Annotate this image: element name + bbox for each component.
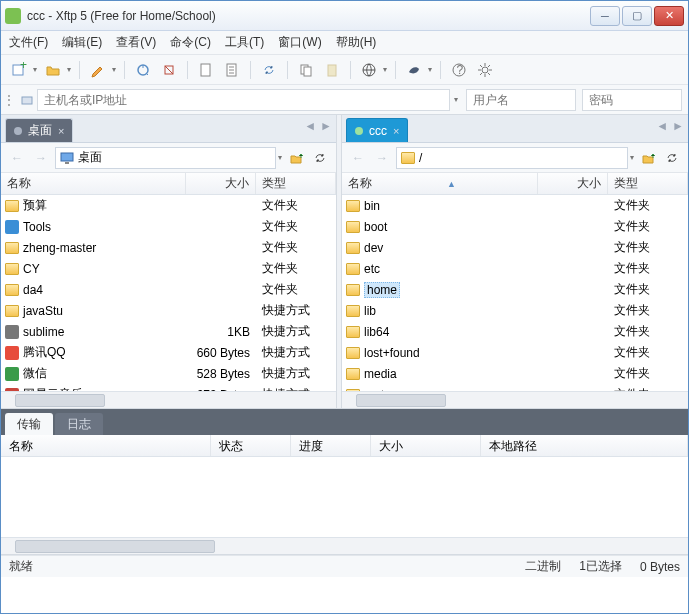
local-list-body[interactable]: 预算 文件夹 Tools 文件夹 zheng-master 文件夹 CY 文件夹… bbox=[1, 195, 336, 391]
local-path-box[interactable]: 桌面 bbox=[55, 147, 276, 169]
scroll-thumb[interactable] bbox=[15, 394, 105, 407]
list-item[interactable]: 预算 文件夹 bbox=[1, 195, 336, 216]
local-hscroll[interactable] bbox=[1, 391, 336, 408]
globe-icon[interactable] bbox=[359, 60, 379, 80]
th-progress[interactable]: 进度 bbox=[291, 435, 371, 456]
password-input[interactable] bbox=[582, 89, 682, 111]
item-type: 文件夹 bbox=[256, 239, 336, 256]
up-icon[interactable] bbox=[286, 148, 306, 168]
forward-icon[interactable]: → bbox=[31, 148, 51, 168]
tab-next-icon[interactable]: ► bbox=[320, 119, 332, 133]
th-name[interactable]: 名称 bbox=[1, 435, 211, 456]
th-status[interactable]: 状态 bbox=[211, 435, 291, 456]
list-item[interactable]: da4 文件夹 bbox=[1, 279, 336, 300]
tab-label: 桌面 bbox=[28, 122, 52, 139]
tab-prev-icon[interactable]: ◄ bbox=[656, 119, 668, 133]
col-size[interactable]: 大小 bbox=[186, 173, 256, 194]
close-button[interactable]: ✕ bbox=[654, 6, 684, 26]
scroll-thumb[interactable] bbox=[356, 394, 446, 407]
tab-transfer[interactable]: 传输 bbox=[5, 413, 53, 435]
th-path[interactable]: 本地路径 bbox=[481, 435, 688, 456]
menu-edit[interactable]: 编辑(E) bbox=[62, 34, 102, 51]
pencil-icon[interactable] bbox=[88, 60, 108, 80]
settings-icon[interactable] bbox=[475, 60, 495, 80]
list-item[interactable]: bin 文件夹 bbox=[342, 195, 688, 216]
list-item[interactable]: 微信 528 Bytes 快捷方式 bbox=[1, 363, 336, 384]
paste-icon[interactable] bbox=[322, 60, 342, 80]
bird-icon[interactable] bbox=[404, 60, 424, 80]
copy-icon[interactable] bbox=[296, 60, 316, 80]
new-session-icon[interactable]: + bbox=[9, 60, 29, 80]
col-type[interactable]: 类型 bbox=[256, 173, 336, 194]
up-icon[interactable] bbox=[638, 148, 658, 168]
refresh-icon[interactable] bbox=[662, 148, 682, 168]
remote-list-body[interactable]: bin 文件夹 boot 文件夹 dev 文件夹 etc 文件夹 home 文件… bbox=[342, 195, 688, 391]
transfer-hscroll[interactable] bbox=[1, 537, 688, 554]
col-type[interactable]: 类型 bbox=[608, 173, 688, 194]
list-item[interactable]: home 文件夹 bbox=[342, 279, 688, 300]
new-file-icon[interactable] bbox=[196, 60, 216, 80]
scroll-thumb[interactable] bbox=[15, 540, 215, 553]
item-name: javaStu bbox=[23, 304, 63, 318]
username-input[interactable] bbox=[466, 89, 576, 111]
menu-bar: 文件(F) 编辑(E) 查看(V) 命令(C) 工具(T) 窗口(W) 帮助(H… bbox=[1, 31, 688, 55]
disconnect-icon[interactable] bbox=[159, 60, 179, 80]
menu-command[interactable]: 命令(C) bbox=[170, 34, 211, 51]
list-item[interactable]: 网易云音乐 679 Bytes 快捷方式 bbox=[1, 384, 336, 391]
folder-icon bbox=[5, 200, 19, 212]
list-item[interactable]: dev 文件夹 bbox=[342, 237, 688, 258]
item-type: 文件夹 bbox=[608, 218, 688, 235]
tab-close-icon[interactable]: × bbox=[58, 125, 64, 137]
open-icon[interactable] bbox=[43, 60, 63, 80]
list-item[interactable]: 腾讯QQ 660 Bytes 快捷方式 bbox=[1, 342, 336, 363]
remote-path-box[interactable]: / bbox=[396, 147, 628, 169]
folder-icon bbox=[401, 152, 415, 164]
list-item[interactable]: lib64 文件夹 bbox=[342, 321, 688, 342]
list-item[interactable]: sublime 1KB 快捷方式 bbox=[1, 321, 336, 342]
col-name[interactable]: 名称 bbox=[1, 173, 186, 194]
list-item[interactable]: javaStu 快捷方式 bbox=[1, 300, 336, 321]
sync-icon[interactable] bbox=[259, 60, 279, 80]
remote-hscroll[interactable] bbox=[342, 391, 688, 408]
local-list-header: 名称 大小 类型 bbox=[1, 173, 336, 195]
list-item[interactable]: Tools 文件夹 bbox=[1, 216, 336, 237]
forward-icon[interactable]: → bbox=[372, 148, 392, 168]
svg-point-12 bbox=[482, 67, 488, 73]
menu-tools[interactable]: 工具(T) bbox=[225, 34, 264, 51]
reconnect-icon[interactable] bbox=[133, 60, 153, 80]
menu-help[interactable]: 帮助(H) bbox=[336, 34, 377, 51]
help-icon[interactable]: ? bbox=[449, 60, 469, 80]
tab-log[interactable]: 日志 bbox=[55, 413, 103, 435]
list-item[interactable]: mnt 文件夹 bbox=[342, 384, 688, 391]
item-name: media bbox=[364, 367, 397, 381]
host-input[interactable] bbox=[37, 89, 450, 111]
menu-window[interactable]: 窗口(W) bbox=[278, 34, 321, 51]
folder-icon bbox=[346, 305, 360, 317]
list-item[interactable]: boot 文件夹 bbox=[342, 216, 688, 237]
menu-view[interactable]: 查看(V) bbox=[116, 34, 156, 51]
maximize-button[interactable]: ▢ bbox=[622, 6, 652, 26]
properties-icon[interactable] bbox=[222, 60, 242, 80]
list-item[interactable]: CY 文件夹 bbox=[1, 258, 336, 279]
refresh-icon[interactable] bbox=[310, 148, 330, 168]
tab-next-icon[interactable]: ► bbox=[672, 119, 684, 133]
minimize-button[interactable]: ─ bbox=[590, 6, 620, 26]
list-item[interactable]: lib 文件夹 bbox=[342, 300, 688, 321]
tab-close-icon[interactable]: × bbox=[393, 125, 399, 137]
folder-icon bbox=[346, 263, 360, 275]
list-item[interactable]: zheng-master 文件夹 bbox=[1, 237, 336, 258]
back-icon[interactable]: ← bbox=[348, 148, 368, 168]
list-item[interactable]: etc 文件夹 bbox=[342, 258, 688, 279]
item-type: 文件夹 bbox=[256, 218, 336, 235]
item-type: 快捷方式 bbox=[256, 344, 336, 361]
list-item[interactable]: media 文件夹 bbox=[342, 363, 688, 384]
th-size[interactable]: 大小 bbox=[371, 435, 481, 456]
col-size[interactable]: 大小 bbox=[538, 173, 608, 194]
back-icon[interactable]: ← bbox=[7, 148, 27, 168]
menu-file[interactable]: 文件(F) bbox=[9, 34, 48, 51]
tab-prev-icon[interactable]: ◄ bbox=[304, 119, 316, 133]
remote-tab-ccc[interactable]: ccc × bbox=[346, 118, 408, 142]
list-item[interactable]: lost+found 文件夹 bbox=[342, 342, 688, 363]
local-tab-desktop[interactable]: 桌面 × bbox=[5, 118, 73, 142]
col-name[interactable]: 名称▲ bbox=[342, 173, 538, 194]
